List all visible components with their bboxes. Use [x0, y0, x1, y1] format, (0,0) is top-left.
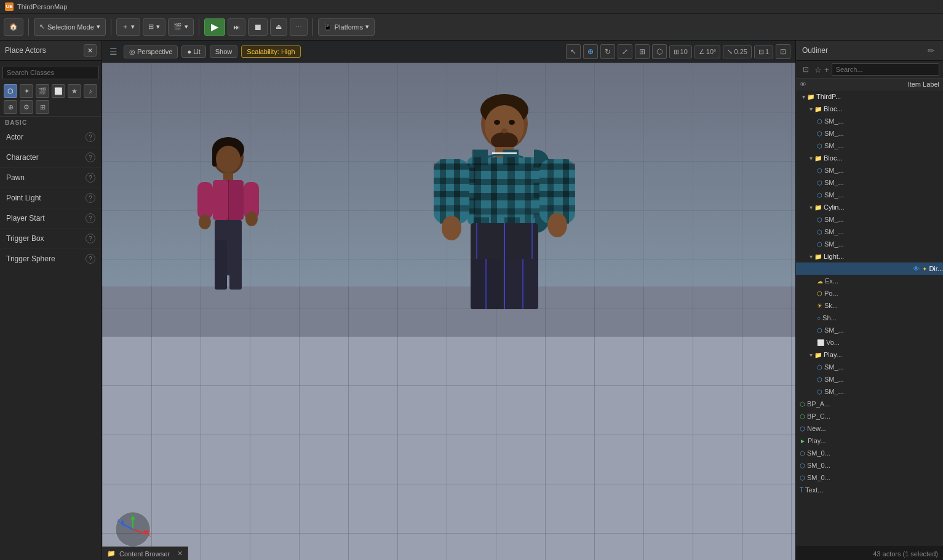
tree-item-exponential-fog[interactable]: ☁ Ex...: [796, 275, 943, 287]
skip-btn[interactable]: ⏭: [228, 18, 245, 36]
mesh-icon: ⬡: [800, 450, 805, 457]
tree-item-bp-actor[interactable]: ⬡ BP_A...: [796, 398, 943, 410]
character-help-icon[interactable]: ?: [86, 152, 95, 162]
viewport-scene[interactable]: X Y Z: [102, 63, 795, 560]
trigger-box-help-icon[interactable]: ?: [86, 234, 95, 243]
point-light-help-icon[interactable]: ?: [86, 193, 95, 203]
tree-item-sm6[interactable]: ⬡ SM_...: [796, 189, 943, 201]
tree-item-sm-0c[interactable]: ⬡ SM_0...: [796, 471, 943, 484]
tree-item-bp-character[interactable]: ⬡ BP_C...: [796, 410, 943, 422]
tree-item-post-process[interactable]: ⬡ Po...: [796, 287, 943, 299]
tree-item-sphere[interactable]: ○ Sh...: [796, 312, 943, 324]
settings-category-btn[interactable]: ⚙: [20, 100, 33, 114]
extra-play-btn[interactable]: ⋯: [290, 18, 308, 36]
add-actor-btn[interactable]: ＋ ▾: [116, 18, 140, 36]
actor-item-point-light[interactable]: Point Light ?: [0, 188, 101, 208]
actor-item-trigger-sphere[interactable]: Trigger Sphere ?: [0, 249, 101, 269]
eject-btn[interactable]: ⏏: [270, 18, 287, 36]
camera-category-btn[interactable]: 🎬: [36, 84, 49, 98]
cinematics-btn[interactable]: 🎬 ▾: [168, 18, 194, 36]
actor-category-btn[interactable]: ⬡: [4, 84, 17, 98]
tree-item-sm1[interactable]: ⬡ SM_...: [796, 115, 943, 127]
tree-item-lights[interactable]: ▾ 📁 Light...: [796, 250, 943, 262]
logo-btn[interactable]: 🏠: [4, 18, 23, 36]
outliner-edit-btn[interactable]: ✏: [925, 44, 937, 57]
tree-item-sm13[interactable]: ⬡ SM_...: [796, 385, 943, 398]
actor-item-character[interactable]: Character ?: [0, 148, 101, 168]
actor-item-actor[interactable]: Actor ?: [0, 127, 101, 148]
filter-btn[interactable]: ⊡: [800, 63, 812, 76]
blueprint-btn[interactable]: ⊞ ▾: [143, 18, 165, 36]
content-browser-tab[interactable]: 📁 Content Browser ✕: [102, 546, 188, 560]
rotate-tool-btn[interactable]: ↻: [600, 44, 615, 59]
film-icon: 🎬: [173, 23, 182, 31]
tree-item-sm-0b[interactable]: ⬡ SM_0...: [796, 459, 943, 471]
lit-btn[interactable]: ● Lit: [181, 45, 205, 58]
stop-btn[interactable]: ⏹: [248, 18, 268, 36]
all-category-btn[interactable]: ⊞: [36, 100, 49, 114]
add-btn[interactable]: +: [824, 65, 829, 74]
tree-item-cylinder[interactable]: ▾ 📁 Cylin...: [796, 201, 943, 213]
select-tool-btn[interactable]: ↖: [566, 44, 581, 59]
trigger-sphere-help-icon[interactable]: ?: [86, 254, 95, 264]
tree-item-directional-light[interactable]: 👁 ✦ Dir...: [796, 262, 943, 275]
favorites-btn[interactable]: ☆: [814, 65, 822, 74]
actor-item-pawn[interactable]: Pawn ?: [0, 168, 101, 188]
tree-item-label: SM_0...: [807, 474, 830, 481]
tree-item-thirdpersonmap[interactable]: ▾ 📁 ThirdP...: [796, 90, 943, 103]
surface-snap-btn[interactable]: ⬡: [652, 44, 667, 59]
close-panel-btn[interactable]: ✕: [84, 44, 97, 57]
actor-help-icon[interactable]: ?: [86, 132, 95, 142]
tree-item-blocking1[interactable]: ▾ 📁 Bloc...: [796, 103, 943, 115]
visibility-eye-icon[interactable]: 👁: [913, 265, 920, 272]
tree-item-sm7[interactable]: ⬡ SM_...: [796, 213, 943, 226]
tree-item-volume[interactable]: ⬜ Vo...: [796, 336, 943, 349]
tree-item-sm-0a[interactable]: ⬡ SM_0...: [796, 447, 943, 459]
platforms-btn[interactable]: 📱 Platforms ▾: [318, 18, 375, 36]
tree-item-sm9[interactable]: ⬡ SM_...: [796, 238, 943, 250]
search-classes-input[interactable]: [2, 66, 99, 79]
coord-mode-btn[interactable]: ⊞: [635, 44, 650, 59]
tree-item-sm4[interactable]: ⬡ SM_...: [796, 164, 943, 176]
outliner-search-input[interactable]: [832, 63, 939, 76]
move-tool-btn[interactable]: ⊕: [583, 44, 598, 59]
tree-item-blocking2[interactable]: ▾ 📁 Bloc...: [796, 152, 943, 164]
maximize-viewport-btn[interactable]: ⊡: [776, 44, 790, 59]
scalability-btn[interactable]: Scalability: High: [241, 45, 300, 58]
tree-item-sm5[interactable]: ⬡ SM_...: [796, 176, 943, 189]
tree-item-player-folder[interactable]: ▾ 📁 Play...: [796, 349, 943, 361]
effects-category-btn[interactable]: ★: [68, 84, 81, 98]
tree-item-sm11[interactable]: ⬡ SM_...: [796, 361, 943, 373]
tree-item-sm10[interactable]: ⬡ SM_...: [796, 324, 943, 336]
player-start-help-icon[interactable]: ?: [86, 213, 95, 223]
content-browser-close-icon[interactable]: ✕: [177, 550, 183, 558]
tree-item-label: ThirdP...: [816, 93, 841, 100]
selection-mode-btn[interactable]: ↖ Selection Mode ▾: [34, 18, 106, 36]
tree-item-sm12[interactable]: ⬡ SM_...: [796, 373, 943, 385]
layer-btn[interactable]: ⊟ 1: [754, 45, 773, 58]
tree-item-new[interactable]: ⬡ New...: [796, 422, 943, 435]
tree-item-player-start[interactable]: ► Play...: [796, 435, 943, 447]
scale-snap-btn[interactable]: ⤡ 0.25: [723, 45, 751, 58]
nav-category-btn[interactable]: ⊕: [4, 100, 17, 114]
pawn-help-icon[interactable]: ?: [86, 173, 95, 183]
angle-snap-btn[interactable]: ∠ 10°: [694, 45, 721, 58]
actor-item-player-start[interactable]: Player Start ?: [0, 208, 101, 229]
tree-item-sm8[interactable]: ⬡ SM_...: [796, 226, 943, 238]
play-btn[interactable]: ▶: [204, 18, 225, 36]
viewport-menu-btn[interactable]: ☰: [107, 47, 120, 57]
tree-item-sm2[interactable]: ⬡ SM_...: [796, 127, 943, 140]
viewport[interactable]: ☰ ◎ Perspective ● Lit Show Scalability: …: [102, 41, 795, 560]
tree-item-sky-light[interactable]: ☀ Sk...: [796, 299, 943, 312]
actor-item-trigger-box[interactable]: Trigger Box ?: [0, 229, 101, 249]
scale-tool-btn[interactable]: ⤢: [618, 44, 632, 59]
perspective-btn[interactable]: ◎ Perspective: [124, 45, 178, 58]
light-category-btn[interactable]: ✦: [20, 84, 33, 98]
geometry-category-btn[interactable]: ⬜: [52, 84, 65, 98]
tree-item-text[interactable]: T Text...: [796, 484, 943, 496]
sound-category-btn[interactable]: ♪: [84, 84, 97, 98]
grid-size-btn[interactable]: ⊞ 10: [669, 45, 692, 58]
show-btn[interactable]: Show: [210, 45, 238, 58]
tree-item-sm3[interactable]: ⬡ SM_...: [796, 140, 943, 152]
outliner-tree[interactable]: ▾ 📁 ThirdP... ▾ 📁 Bloc... ⬡ SM_... ⬡ SM_…: [796, 90, 943, 546]
